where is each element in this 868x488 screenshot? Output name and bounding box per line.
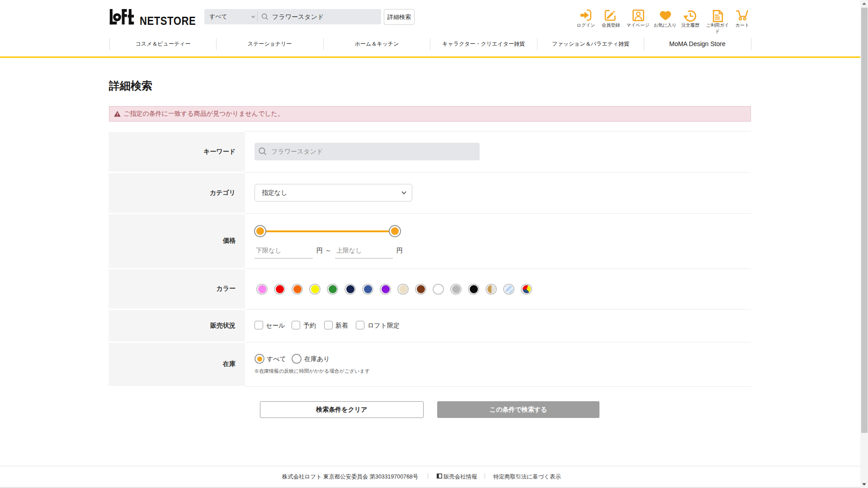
svg-text:NETSTORE: NETSTORE xyxy=(140,15,196,25)
